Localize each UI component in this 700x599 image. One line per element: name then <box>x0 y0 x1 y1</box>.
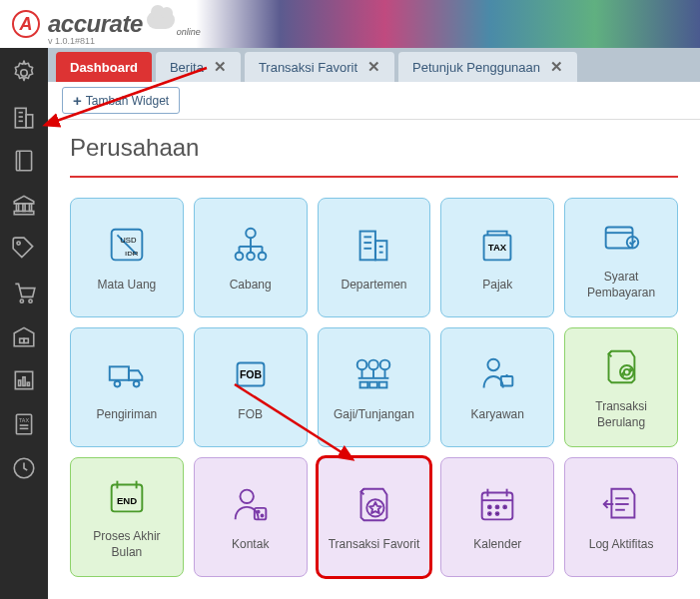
favorite-icon <box>350 481 396 527</box>
card-karyawan[interactable]: Karyawan <box>440 327 554 447</box>
card-label: Transaksi Favorit <box>329 537 420 553</box>
card-log-aktifitas[interactable]: Log Aktifitas <box>564 457 678 577</box>
svg-text:IDR: IDR <box>125 250 139 259</box>
card-label: Pengiriman <box>97 407 158 423</box>
calendar-icon <box>474 481 520 527</box>
card-syarat-pembayaran[interactable]: Syarat Pembayaran <box>564 198 678 317</box>
card-mata-uang[interactable]: USDIDRMata Uang <box>70 198 184 317</box>
card-kalender[interactable]: Kalender <box>440 457 554 577</box>
card-departemen[interactable]: Departemen <box>318 198 431 317</box>
truck-icon <box>104 351 150 397</box>
svg-text:TAX: TAX <box>19 417 30 423</box>
svg-rect-10 <box>29 204 31 212</box>
svg-point-30 <box>246 229 256 239</box>
svg-point-0 <box>21 70 28 77</box>
svg-rect-9 <box>23 204 25 212</box>
gear-icon[interactable] <box>11 60 37 86</box>
card-label: Syarat Pembayaran <box>573 270 669 300</box>
money-icon <box>350 351 396 397</box>
card-gaji-tunjangan[interactable]: Gaji/Tunjangan <box>318 327 431 447</box>
wallet-icon <box>598 214 644 260</box>
svg-rect-63 <box>370 382 378 388</box>
bank-icon[interactable] <box>11 192 37 218</box>
add-widget-button[interactable]: Tambah Widget <box>62 87 180 114</box>
card-label: Kontak <box>232 537 269 553</box>
card-label: Cabang <box>230 278 272 294</box>
card-cabang[interactable]: Cabang <box>194 198 308 317</box>
card-fob[interactable]: FOBFOB <box>194 327 308 447</box>
report-icon[interactable] <box>11 367 37 393</box>
divider <box>70 176 678 178</box>
svg-point-55 <box>357 360 367 370</box>
tax-calc-icon[interactable]: TAX <box>11 411 37 437</box>
svg-rect-64 <box>379 382 387 388</box>
svg-rect-19 <box>23 377 25 386</box>
svg-rect-18 <box>19 380 21 385</box>
svg-text:TAX: TAX <box>488 242 507 253</box>
svg-point-51 <box>114 381 120 387</box>
version-text: v 1.0.1#811 <box>48 36 95 46</box>
refresh-icon[interactable] <box>11 455 37 481</box>
page: Perusahaan USDIDRMata UangCabangDepartem… <box>48 120 700 599</box>
card-pajak[interactable]: TAXPajak <box>440 198 554 317</box>
svg-point-12 <box>17 242 20 245</box>
svg-point-84 <box>504 506 507 509</box>
svg-point-32 <box>247 253 255 261</box>
svg-point-52 <box>134 381 140 387</box>
monthend-icon: END <box>104 473 150 519</box>
toolbar: Tambah Widget <box>48 82 700 120</box>
svg-text:END: END <box>117 495 137 506</box>
currency-icon: USDIDR <box>104 222 150 268</box>
tax-icon: TAX <box>474 222 520 268</box>
svg-text:FOB: FOB <box>240 368 263 380</box>
tag-icon[interactable] <box>11 236 37 262</box>
card-pengiriman[interactable]: Pengiriman <box>70 327 184 447</box>
warehouse-icon[interactable] <box>11 323 37 349</box>
svg-rect-74 <box>255 508 267 519</box>
page-title: Perusahaan <box>70 134 678 162</box>
card-proses-akhir-bulan[interactable]: ENDProses Akhir Bulan <box>70 457 184 577</box>
svg-point-82 <box>488 506 491 509</box>
svg-point-13 <box>20 300 23 302</box>
close-icon[interactable]: ✕ <box>367 58 380 76</box>
close-icon[interactable]: ✕ <box>214 58 227 76</box>
card-label: Log Aktifitas <box>589 537 654 553</box>
card-transaksi-favorit[interactable]: Transaksi Favorit <box>318 457 431 577</box>
tab-dashboard[interactable]: Dashboard <box>56 52 152 82</box>
fob-icon: FOB <box>228 351 274 397</box>
sidebar: TAX <box>0 48 48 599</box>
svg-rect-2 <box>26 115 32 128</box>
tab-label: Dashboard <box>70 60 138 75</box>
tab-transaksi-favorit[interactable]: Transaksi Favorit✕ <box>245 52 394 82</box>
svg-point-86 <box>496 512 499 515</box>
card-transaksi-berulang[interactable]: Transaksi Berulang <box>564 327 678 447</box>
card-label: Transaksi Berulang <box>573 399 669 430</box>
svg-point-73 <box>240 490 253 503</box>
svg-rect-62 <box>360 382 368 388</box>
svg-rect-6 <box>16 151 31 171</box>
book-icon[interactable] <box>11 148 37 174</box>
cloud-icon <box>147 11 175 29</box>
tab-label: Berita <box>170 60 204 75</box>
svg-point-14 <box>29 300 32 302</box>
svg-point-68 <box>620 365 633 378</box>
app-header: A accurate online v 1.0.1#811 <box>0 0 700 48</box>
close-icon[interactable]: ✕ <box>550 58 563 76</box>
svg-rect-8 <box>16 204 18 212</box>
tab-berita[interactable]: Berita✕ <box>156 52 241 82</box>
svg-rect-20 <box>27 382 29 385</box>
svg-rect-50 <box>110 367 129 380</box>
svg-rect-11 <box>14 212 34 215</box>
svg-rect-16 <box>24 338 28 342</box>
card-kontak[interactable]: Kontak <box>194 457 308 577</box>
tab-petunjuk-penggunaan[interactable]: Petunjuk Penggunaan✕ <box>398 52 577 82</box>
building-icon[interactable] <box>11 104 37 130</box>
recurring-icon <box>598 343 644 389</box>
svg-point-76 <box>261 515 263 517</box>
card-label: Karyawan <box>471 407 524 423</box>
card-label: Departemen <box>341 278 406 294</box>
card-label: Kalender <box>473 537 521 553</box>
cart-icon[interactable] <box>11 280 37 305</box>
svg-point-75 <box>257 511 259 513</box>
card-label: Proses Akhir Bulan <box>79 529 175 560</box>
